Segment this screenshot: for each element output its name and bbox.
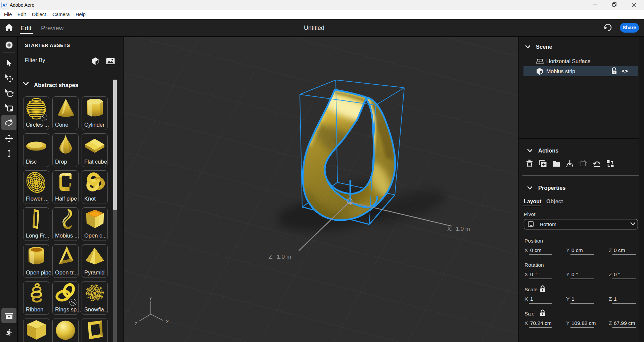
svg-text:Bottom: Bottom — [540, 221, 556, 227]
svg-text:Layout: Layout — [524, 199, 542, 204]
svg-text:Z: 1.0 m: Z: 1.0 m — [269, 254, 291, 260]
svg-text:Pivot: Pivot — [524, 211, 536, 217]
svg-text:Z: Z — [135, 321, 137, 326]
svg-text:Scene: Scene — [536, 44, 552, 50]
svg-text:Horizontal Surface: Horizontal Surface — [546, 58, 591, 64]
svg-text:Actions: Actions — [538, 147, 559, 154]
svg-text:X: X — [166, 319, 169, 324]
svg-text:Properties: Properties — [538, 185, 566, 191]
svg-text:X: 1.0 m: X: 1.0 m — [447, 226, 470, 232]
svg-text:Object: Object — [546, 199, 563, 204]
svg-text:Ar: Ar — [2, 3, 7, 8]
svg-text:Y: Y — [149, 296, 152, 301]
svg-text:Mobius strip: Mobius strip — [546, 69, 575, 74]
